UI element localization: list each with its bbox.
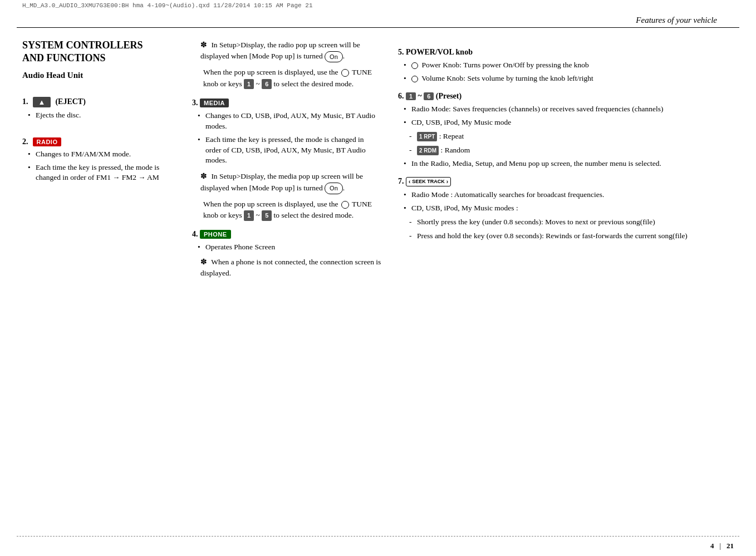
- key-5: 5: [262, 210, 272, 221]
- dash-item-seek-2: Press and hold the key (over 0.8 seconds…: [409, 230, 734, 242]
- media-button[interactable]: MEDIA: [200, 99, 229, 107]
- item-3-list: Changes to CD, USB, iPod, AUX, My Music,…: [198, 111, 381, 166]
- key-6: 6: [262, 79, 272, 90]
- note-symbol-1: ✽: [200, 41, 207, 49]
- tune-knob-2: [341, 201, 349, 209]
- item-3-header: 3. MEDIA: [192, 99, 381, 107]
- phone-button[interactable]: PHONE: [200, 230, 231, 239]
- main-content: SYSTEM CONTROLLERS AND FUNCTIONS Audio H…: [0, 28, 756, 512]
- item-6-list: Radio Mode: Saves frequencies (channels)…: [404, 104, 734, 128]
- rdm-badge: 2 RDM: [417, 146, 439, 155]
- left-column: SYSTEM CONTROLLERS AND FUNCTIONS Audio H…: [22, 39, 184, 506]
- key-1c: 1: [406, 92, 416, 100]
- list-item: Changes to FM/AM/XM mode.: [28, 149, 173, 160]
- key-6b: 6: [424, 92, 434, 100]
- item-5-header: 5. POWER/VOL knob: [398, 48, 734, 57]
- list-item: Ejects the disc.: [28, 110, 173, 121]
- item-2-list: Changes to FM/AM/XM mode. Each time the …: [28, 149, 173, 184]
- item-4-header: 4. PHONE: [192, 230, 381, 239]
- list-item: Volume Knob: Sets volume by turning the …: [404, 73, 734, 84]
- footer-page-right: 21: [726, 542, 734, 550]
- dash-item-seek-1: Shortly press the key (under 0.8 seconds…: [409, 217, 734, 228]
- file-info-bar: H_MD_A3.0_AUDIO_3XMU7G3E00:BH hma 4-109~…: [0, 0, 756, 11]
- list-item: Power Knob: Turns power On/Off by pressi…: [404, 60, 734, 71]
- page-header: Features of your vehicle: [17, 11, 739, 28]
- list-item: CD, USB, iPod, My Music modes :: [404, 203, 734, 214]
- radio-button[interactable]: RADIO: [33, 137, 62, 146]
- list-item: In the Radio, Media, Setup, and Menu pop…: [404, 159, 734, 169]
- item-6-header: 6. 1 ~ 6 (Preset): [398, 92, 734, 101]
- list-item: Radio Mode: Saves frequencies (channels)…: [404, 104, 734, 115]
- list-item: CD, USB, iPod, My Music mode: [404, 117, 734, 128]
- dash-item-rpt: 1 RPT : Repeat: [409, 131, 734, 142]
- on-badge-1: On: [325, 51, 343, 63]
- right-column: 5. POWER/VOL knob Power Knob: Turns powe…: [390, 39, 734, 506]
- chevron-right-icon: ›: [446, 179, 448, 185]
- item-7-header: 7. ‹ SEEK TRACK ›: [398, 177, 734, 186]
- note-3: ✽ When a phone is not connected, the con…: [200, 256, 381, 279]
- list-item: Operates Phone Screen: [198, 242, 381, 253]
- key-1: 1: [244, 79, 254, 90]
- bottom-separator: [17, 536, 739, 537]
- chevron-left-icon: ‹: [409, 179, 410, 185]
- middle-column: ✽ In Setup>Display, the radio pop up scr…: [184, 39, 390, 506]
- eject-button[interactable]: ▲: [33, 97, 51, 107]
- item-1-list: Ejects the disc.: [28, 110, 173, 121]
- key-1b: 1: [244, 210, 254, 221]
- item-7-list: Radio Mode : Automatically searches for …: [404, 190, 734, 214]
- list-item: Each time the key is pressed, the mode i…: [198, 135, 381, 166]
- item-6-list-2: In the Radio, Media, Setup, and Menu pop…: [404, 159, 734, 169]
- list-item: Changes to CD, USB, iPod, AUX, My Music,…: [198, 111, 381, 132]
- footer-page-left: 4: [710, 542, 714, 550]
- note-1-cont: When the pop up screen is displayed, use…: [203, 67, 381, 90]
- list-item: Radio Mode : Automatically searches for …: [404, 190, 734, 200]
- note-symbol-2: ✽: [200, 172, 207, 180]
- section-title: SYSTEM CONTROLLERS AND FUNCTIONS: [22, 39, 173, 65]
- note-symbol-3: ✽: [200, 258, 207, 266]
- seek-track-button[interactable]: ‹ SEEK TRACK ›: [406, 177, 451, 186]
- list-item: Each time the key is pressed, the mode i…: [28, 163, 173, 184]
- sub-title: Audio Head Unit: [22, 71, 173, 80]
- note-2: ✽ In Setup>Display, the media pop up scr…: [200, 170, 381, 194]
- seek-track-label: SEEK TRACK: [412, 179, 445, 185]
- item-2-header: 2. RADIO: [22, 137, 173, 146]
- header-title: Features of your vehicle: [636, 16, 717, 25]
- note-1: ✽ In Setup>Display, the radio pop up scr…: [200, 39, 381, 62]
- on-badge-2: On: [325, 183, 343, 194]
- file-info-text: H_MD_A3.0_AUDIO_3XMU7G3E00:BH hma 4-109~…: [22, 2, 313, 9]
- tune-knob-1: [341, 69, 349, 77]
- note-2-cont: When the pop up screen is displayed, use…: [203, 199, 381, 222]
- item-4-list: Operates Phone Screen: [198, 242, 381, 253]
- rpt-badge: 1 RPT: [417, 132, 437, 141]
- footer-separator: |: [719, 542, 721, 550]
- dash-item-rdm: 2 RDM : Random: [409, 145, 734, 156]
- item-1-header: 1. ▲ (EJECT): [22, 97, 173, 107]
- page-footer: 4 | 21: [710, 542, 734, 550]
- item-5-list: Power Knob: Turns power On/Off by pressi…: [404, 60, 734, 84]
